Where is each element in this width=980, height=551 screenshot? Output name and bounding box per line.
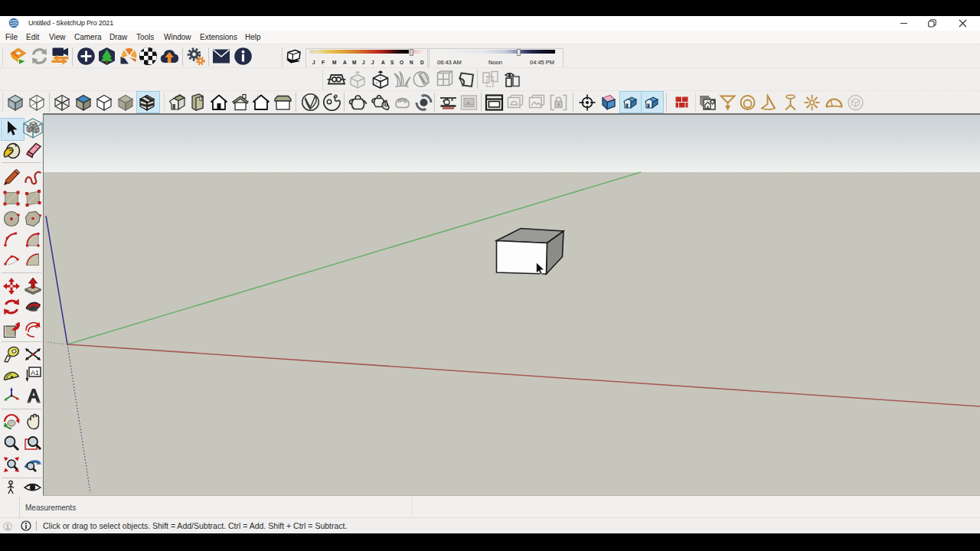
svg-text:A1: A1 (31, 369, 39, 377)
